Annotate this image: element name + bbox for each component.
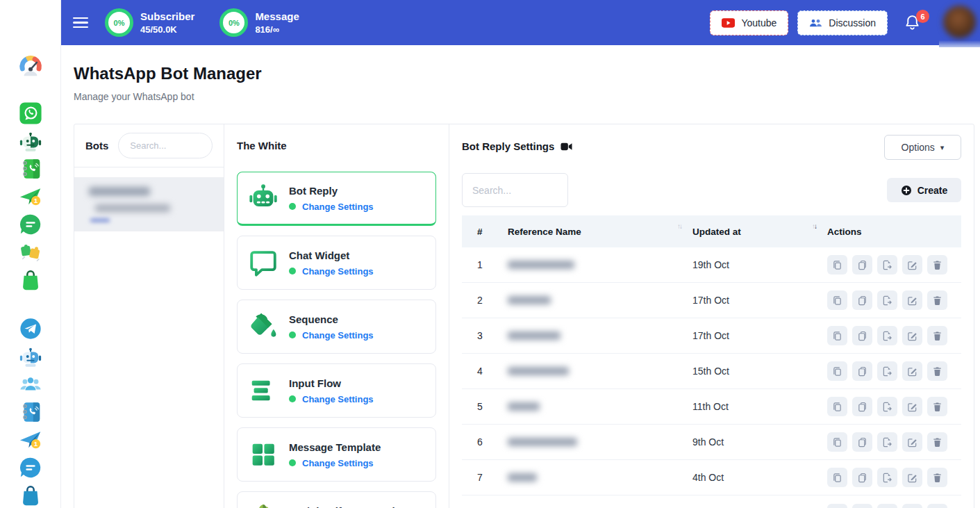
export-button[interactable] [877,290,897,310]
edit-button[interactable] [902,397,922,416]
sort-icon-reference-name[interactable]: ↑↓ [677,222,681,230]
whatsapp-contacts-icon[interactable] [19,157,42,181]
whatsapp-integration-icon[interactable] [19,240,42,264]
card-sequence[interactable]: Sequence Change Settings [237,300,436,354]
edit-button[interactable] [902,468,922,487]
whatsapp-bot-icon[interactable] [19,129,42,153]
duplicate-button[interactable] [852,290,872,310]
notification-count-badge: 6 [916,10,929,23]
delete-button[interactable] [927,326,947,345]
bots-search-input[interactable] [118,133,213,158]
hamburger-menu-icon[interactable] [73,15,88,31]
bot-list-item[interactable] [74,177,224,231]
message-value: 816/∞ [255,24,299,35]
export-button[interactable] [877,468,897,487]
telegram-icon[interactable] [19,317,42,341]
card-bot-reply[interactable]: Bot Reply Change Settings [237,172,436,226]
change-settings-link[interactable]: Change Settings [302,458,374,468]
settings-search-input[interactable] [462,173,568,207]
discussion-button[interactable]: Discussion [797,10,888,35]
sort-icon-updated-at[interactable]: ↑↓ [812,222,816,230]
delete-button[interactable] [927,504,947,508]
copy-button[interactable] [827,432,847,452]
edit-button[interactable] [902,504,922,508]
whatsapp-chat-icon[interactable] [19,213,42,236]
video-tutorial-icon[interactable] [560,142,572,151]
telegram-campaign-icon[interactable]: 1 [19,428,42,452]
copy-button[interactable] [827,361,847,381]
discussion-icon [809,18,822,28]
copy-button[interactable] [827,255,847,275]
duplicate-button[interactable] [852,397,872,416]
copy-button[interactable] [827,326,847,345]
duplicate-button[interactable] [852,361,872,381]
dashboard-gauge-icon[interactable] [19,54,42,78]
duplicate-button[interactable] [852,255,872,275]
copy-button[interactable] [827,397,847,416]
telegram-shop-icon[interactable] [19,484,42,507]
row-updated-at: 17th Oct [692,295,827,306]
duplicate-button[interactable] [852,468,872,487]
row-updated-at: 15th Oct [692,366,827,377]
youtube-button[interactable]: Youtube [710,10,788,35]
card-message-template[interactable]: Message Template Change Settings [237,427,436,482]
whatsapp-shop-icon[interactable] [19,268,42,292]
delete-button[interactable] [927,290,947,310]
bot-settings-panel: The White Bot Reply Change Settings [224,124,449,508]
delete-button[interactable] [927,361,947,381]
export-button[interactable] [877,432,897,452]
delete-button[interactable] [927,432,947,452]
telegram-bot-icon[interactable] [19,345,42,368]
col-header-reference-name: Reference Name [508,227,581,237]
row-number: 7 [477,472,508,483]
duplicate-button[interactable] [852,432,872,452]
redacted-reference-name [508,438,577,446]
row-number: 5 [477,401,508,412]
edit-button[interactable] [902,432,922,452]
copy-button[interactable] [827,504,847,508]
card-chat-widget[interactable]: Chat Widget Change Settings [237,236,436,290]
telegram-group-icon[interactable] [19,372,42,396]
change-settings-link[interactable]: Change Settings [302,330,374,341]
create-button[interactable]: Create [887,178,961,202]
duplicate-button[interactable] [852,326,872,345]
edit-button[interactable] [902,361,922,381]
export-button[interactable] [877,397,897,416]
card-input-flow[interactable]: Input Flow Change Settings [237,363,436,418]
message-label: Message [255,10,299,22]
duplicate-button[interactable] [852,504,872,508]
copy-button[interactable] [827,290,847,310]
delete-button[interactable] [927,468,947,487]
col-header-actions: Actions [827,227,961,237]
change-settings-link[interactable]: Change Settings [302,202,374,212]
export-button[interactable] [877,255,897,275]
edit-button[interactable] [902,290,922,310]
whatsapp-icon[interactable] [19,101,42,125]
redacted-reference-name [508,331,560,340]
card-wc-shopify-automation[interactable]: S WC/Shopify Automation Change Settings [237,491,436,508]
export-button[interactable] [877,504,897,508]
bot-reply-table: # Reference Name ↑↓ Updated at ↑↓ Action… [462,215,961,508]
change-settings-link[interactable]: Change Settings [302,394,374,404]
options-button[interactable]: Options ▾ [884,135,961,160]
redacted-bot-name [89,187,150,196]
whatsapp-campaign-icon[interactable]: 1 [19,185,42,208]
row-updated-at: 11th Oct [692,401,827,412]
copy-button[interactable] [827,468,847,487]
delete-button[interactable] [927,397,947,416]
message-progress-ring: 0% [219,8,248,37]
export-button[interactable] [877,361,897,381]
status-dot [289,331,296,338]
bots-panel-title: Bots [85,140,108,151]
selected-bot-name: The White [237,140,436,151]
edit-button[interactable] [902,255,922,275]
telegram-contacts-icon[interactable] [19,400,42,424]
user-menu[interactable] [939,0,980,47]
delete-button[interactable] [927,255,947,275]
status-dot [289,268,296,275]
edit-button[interactable] [902,326,922,345]
export-button[interactable] [877,326,897,345]
notifications-button[interactable]: 6 [904,14,921,31]
change-settings-link[interactable]: Change Settings [302,266,374,277]
telegram-chat-icon[interactable] [19,456,42,480]
